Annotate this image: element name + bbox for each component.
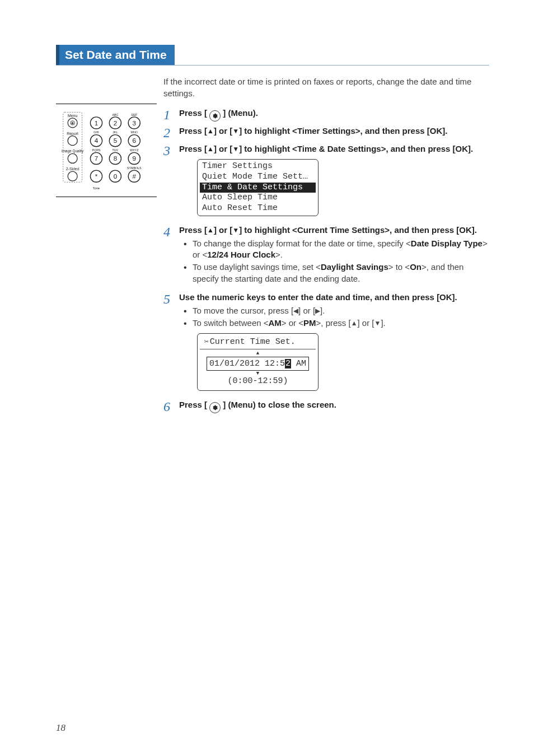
step-1-text: Press [ ✽ ] (Menu). — [179, 107, 489, 122]
step-2-text: Press [▲] or [▼] to highlight <Timer Set… — [179, 125, 489, 137]
screen-row: Auto Reset Time — [198, 203, 318, 214]
svg-text:WXYZ: WXYZ — [130, 148, 139, 152]
right-arrow-icon: ▶ — [315, 306, 320, 315]
step-5-bullet-2: To switch between <AM> or <PM>, press [▲… — [190, 318, 489, 329]
screen-row: Timer Settings — [198, 161, 318, 172]
menu-button-icon: ✽ — [209, 110, 221, 122]
svg-text:PQRS: PQRS — [92, 148, 101, 152]
time-entry-box: 01/01/2012 12:52 AM — [207, 357, 309, 371]
svg-text:4: 4 — [95, 137, 99, 144]
svg-text:0: 0 — [114, 172, 118, 180]
step-4-bullet-1: To change the display format for the dat… — [190, 238, 489, 261]
screen-header: ✂Current Time Set. — [200, 335, 316, 349]
step-number-2: 2 — [163, 125, 179, 139]
svg-text:Tone: Tone — [93, 186, 100, 190]
svg-point-10 — [68, 171, 77, 181]
time-range: (0:00-12:59) — [198, 375, 318, 387]
intro-text: If the incorrect date or time is printed… — [163, 76, 489, 99]
step-5-text: Use the numeric keys to enter the date a… — [179, 291, 489, 303]
svg-text:✽: ✽ — [71, 121, 74, 125]
step-number-1: 1 — [163, 107, 179, 122]
svg-text:1: 1 — [95, 119, 98, 127]
svg-text:DEF: DEF — [131, 113, 137, 116]
section-title: Set Date and Time — [56, 45, 175, 65]
svg-text:*: * — [95, 172, 98, 180]
svg-point-8 — [68, 136, 77, 146]
svg-text:TUV: TUV — [113, 148, 119, 152]
svg-point-9 — [68, 153, 77, 163]
svg-text:2: 2 — [114, 119, 117, 127]
tools-icon: ✂ — [204, 337, 209, 347]
lcd-screen-timer-settings: Timer Settings Quiet Mode Time Sett… Tim… — [197, 159, 318, 216]
menu-button-icon: ✽ — [209, 402, 221, 413]
step-number-3: 3 — [163, 143, 179, 157]
svg-text:GHI: GHI — [93, 130, 99, 134]
svg-text:6: 6 — [133, 137, 136, 144]
step-number-6: 6 — [163, 399, 179, 413]
down-arrow-icon: ▼ — [232, 144, 239, 154]
screen-row: Auto Sleep Time — [198, 193, 318, 203]
svg-text:7: 7 — [95, 155, 98, 162]
step-4-text: Press [▲] or [▼] to highlight <Current T… — [179, 224, 489, 236]
up-arrow-icon: ▲ — [207, 144, 214, 154]
svg-text:Image Quality: Image Quality — [62, 149, 84, 153]
down-arrow-icon: ▼ — [232, 226, 239, 235]
screen-row-selected: Time & Date Settings — [200, 183, 316, 193]
svg-text:#: # — [133, 172, 137, 180]
svg-text:Report: Report — [67, 132, 78, 136]
svg-text:Menu: Menu — [68, 114, 77, 118]
cursor-digit: 2 — [285, 359, 291, 368]
svg-text:JKL: JKL — [113, 130, 118, 134]
svg-text:SYMBOLS: SYMBOLS — [127, 166, 142, 170]
keypad-illustration: Menu Report Image Quality 2-Sided ✽ 12AB… — [56, 104, 157, 197]
step-5-bullet-1: To move the cursor, press [◀] or [▶]. — [190, 305, 489, 316]
down-arrow-icon: ▼ — [374, 319, 381, 328]
svg-text:9: 9 — [133, 155, 136, 162]
svg-text:5: 5 — [114, 137, 117, 144]
svg-text:2-Sided: 2-Sided — [66, 167, 79, 171]
step-3-text: Press [▲] or [▼] to highlight <Time & Da… — [179, 143, 489, 155]
svg-text:MNO: MNO — [131, 130, 138, 134]
svg-text:8: 8 — [114, 155, 117, 162]
step-number-4: 4 — [163, 224, 179, 239]
svg-text:3: 3 — [133, 119, 136, 127]
down-arrow-icon: ▼ — [232, 127, 239, 136]
step-4-bullet-2: To use daylight savings time, set <Dayli… — [190, 262, 489, 284]
screen-row: Quiet Mode Time Sett… — [198, 172, 318, 183]
page-number: 18 — [56, 722, 65, 734]
up-arrow-icon: ▲ — [351, 319, 358, 328]
up-arrow-icon: ▲ — [207, 127, 214, 136]
step-number-5: 5 — [163, 291, 179, 306]
lcd-screen-current-time: ✂Current Time Set. ▲ 01/01/2012 12:52 AM… — [197, 333, 318, 391]
left-arrow-icon: ◀ — [293, 306, 298, 315]
svg-text:ABC: ABC — [112, 113, 118, 116]
up-arrow-icon: ▲ — [207, 226, 214, 235]
step-6-text: Press [ ✽ ] (Menu) to close the screen. — [179, 399, 489, 413]
